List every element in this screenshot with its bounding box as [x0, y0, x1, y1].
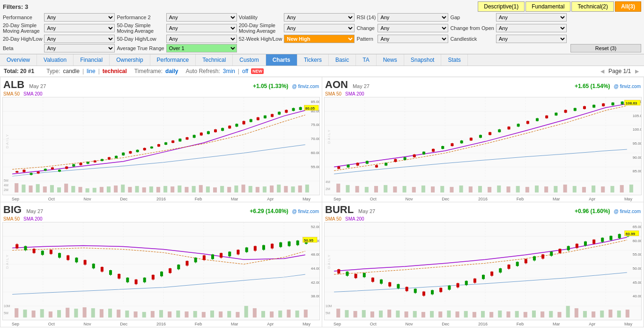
svg-rect-241 — [459, 185, 463, 192]
tab-all[interactable]: All(3) — [615, 1, 641, 12]
filter-label-performance2: Performance 2 — [117, 15, 164, 20]
chart-big-ticker[interactable]: BIG — [3, 204, 22, 216]
svg-rect-167 — [347, 165, 349, 168]
tab-valuation[interactable]: Valuation — [37, 54, 74, 66]
chart-alb-body[interactable]: 85.00 80.00 75.00 70.00 60.00 55.00 80.0… — [2, 97, 320, 195]
tab-technical[interactable]: Technical — [196, 54, 233, 66]
tab-overview[interactable]: Overview — [0, 54, 37, 66]
filter-performance[interactable]: Any — [44, 13, 115, 22]
tab-financial[interactable]: Financial — [74, 54, 110, 66]
svg-rect-245 — [497, 185, 501, 192]
svg-rect-513 — [592, 311, 595, 317]
chart-aon-brand[interactable]: @ finviz.com — [614, 84, 641, 89]
chart-big-body[interactable]: 52.00 50.00 48.00 44.00 42.00 38.00 50.9… — [2, 222, 320, 320]
svg-text:DAILY: DAILY — [327, 254, 331, 269]
svg-text:44.00: 44.00 — [311, 266, 319, 271]
filter-high20[interactable]: Any — [44, 35, 115, 43]
chart-aon-body[interactable]: 110.00 105.00 100.00 95.00 90.00 85.00 1… — [324, 97, 642, 195]
svg-rect-291 — [41, 251, 44, 255]
timeframe-val[interactable]: daily — [165, 68, 178, 74]
tab-custom[interactable]: Custom — [233, 54, 266, 66]
filter-rsi[interactable]: Any — [378, 13, 448, 22]
chart-burl-brand[interactable]: @ finviz.com — [614, 209, 641, 214]
filter-volatility[interactable]: Any — [284, 13, 355, 22]
chart-burl-body[interactable]: 65.00 60.00 55.00 50.00 45.00 40.00 60.9… — [324, 222, 642, 320]
svg-rect-414 — [337, 269, 340, 273]
filter-change[interactable]: Any — [378, 24, 448, 32]
svg-rect-492 — [413, 311, 417, 317]
svg-rect-376 — [202, 312, 206, 317]
chart-alb: ALB May 27 +1.05 (1.33%) @ finviz.com SM… — [0, 77, 322, 202]
tab-charts[interactable]: Charts — [266, 54, 297, 66]
svg-rect-321 — [169, 268, 171, 273]
svg-rect-191 — [460, 140, 463, 143]
svg-text:DAILY: DAILY — [327, 129, 331, 144]
svg-rect-50 — [143, 148, 146, 150]
filter-high50[interactable]: Any — [166, 35, 237, 43]
svg-rect-371 — [159, 310, 163, 317]
svg-rect-250 — [544, 186, 548, 192]
svg-rect-493 — [422, 312, 425, 317]
svg-rect-329 — [203, 255, 206, 260]
reset-button[interactable]: Reset (3) — [570, 44, 641, 52]
svg-rect-195 — [479, 135, 482, 138]
svg-rect-442 — [456, 283, 459, 288]
page-prev[interactable]: ◄ — [599, 67, 606, 75]
tab-stats[interactable]: Stats — [441, 54, 467, 66]
tab-news[interactable]: News — [377, 54, 404, 66]
filter-grid: Performance Any Performance 2 Any Volati… — [3, 13, 641, 52]
filter-label-change-open: Change from Open — [450, 25, 494, 31]
tab-snapshot[interactable]: Snapshot — [404, 54, 442, 66]
svg-rect-66 — [200, 133, 203, 135]
chart-burl-ticker[interactable]: BURL — [325, 204, 354, 216]
filter-gap[interactable]: Any — [496, 13, 567, 22]
chart-alb-ticker[interactable]: ALB — [3, 79, 24, 91]
tab-ta[interactable]: TA — [356, 54, 376, 66]
chart-big-brand[interactable]: @ finviz.com — [292, 209, 319, 214]
tab-performance[interactable]: Performance — [150, 54, 196, 66]
filter-atr[interactable]: Over 1 — [166, 44, 237, 52]
tab-technical[interactable]: Technical(2) — [571, 1, 614, 12]
svg-rect-219 — [592, 105, 595, 108]
page-next[interactable]: ► — [634, 67, 640, 75]
svg-rect-289 — [33, 249, 36, 253]
filter-sma20[interactable]: Any — [44, 24, 115, 32]
filter-performance2[interactable]: Any — [166, 13, 237, 22]
svg-rect-378 — [219, 311, 222, 317]
svg-rect-76 — [235, 124, 238, 126]
svg-rect-109 — [100, 187, 104, 192]
svg-rect-229 — [346, 185, 349, 192]
filter-beta[interactable]: Any — [44, 44, 115, 52]
type-technical[interactable]: technical — [103, 68, 127, 74]
svg-rect-203 — [517, 124, 520, 126]
svg-rect-349 — [288, 242, 290, 246]
svg-rect-32 — [79, 163, 82, 165]
autorefresh-val[interactable]: 3min — [223, 68, 235, 74]
filter-sma50[interactable]: Any — [166, 24, 237, 32]
tab-fundamental[interactable]: Fundamental — [526, 1, 570, 12]
type-candle[interactable]: candle — [63, 68, 80, 74]
filter-sma200[interactable]: Any — [284, 24, 355, 32]
filter-candlestick[interactable]: Any — [496, 35, 567, 43]
filter-high52[interactable]: New High — [284, 35, 355, 43]
tab-ownership[interactable]: Ownership — [110, 54, 150, 66]
tab-descriptive[interactable]: Descriptive(1) — [478, 1, 525, 12]
svg-rect-175 — [385, 163, 387, 166]
svg-rect-462 — [541, 254, 544, 258]
tab-tickers[interactable]: Tickers — [297, 54, 329, 66]
new-badge: NEW — [251, 68, 264, 74]
tab-basic[interactable]: Basic — [329, 54, 356, 66]
svg-rect-240 — [450, 187, 453, 192]
sep3: | — [238, 68, 239, 74]
svg-text:105.00: 105.00 — [633, 114, 641, 118]
chart-aon-ticker[interactable]: AON — [325, 79, 348, 91]
filter-bar: Filters: 3 Descriptive(1) Fundamental Te… — [0, 0, 644, 54]
svg-rect-100 — [36, 184, 40, 192]
svg-text:108.63: 108.63 — [626, 101, 637, 105]
filter-pattern[interactable]: Any — [378, 35, 448, 43]
chart-alb-brand[interactable]: @ finviz.com — [292, 84, 319, 89]
autorefresh-off[interactable]: off — [242, 68, 248, 74]
svg-rect-347 — [279, 243, 282, 247]
filter-change-open[interactable]: Any — [496, 24, 567, 32]
type-line[interactable]: line — [87, 68, 96, 74]
